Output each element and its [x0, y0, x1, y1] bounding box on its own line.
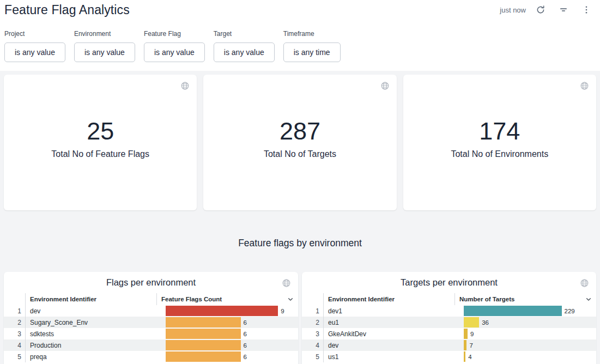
chevron-down-icon[interactable]	[584, 295, 593, 304]
table-header-row: Environment Identifier Number of Targets	[302, 293, 596, 305]
environment-identifier-cell[interactable]: dev	[26, 305, 156, 317]
globe-icon	[380, 81, 390, 90]
card-header: Targets per environment	[302, 272, 596, 293]
feature-flag-filter-button[interactable]: is any value	[144, 43, 205, 62]
row-number: 3	[302, 328, 324, 339]
bar-value-label: 9	[470, 331, 474, 337]
table-row: 5us14	[302, 351, 596, 362]
filter-label: Target	[214, 30, 275, 38]
bar	[166, 306, 278, 316]
refresh-icon[interactable]	[536, 5, 546, 15]
targets-per-environment-card: Targets per environment Environment Iden…	[302, 272, 596, 364]
row-number: 5	[302, 351, 324, 362]
bar-cell[interactable]: 6	[156, 328, 298, 339]
measure-header-label: Number of Targets	[459, 296, 514, 302]
chevron-down-icon[interactable]	[286, 295, 295, 304]
kebab-menu-icon[interactable]	[581, 5, 591, 15]
bar	[464, 317, 479, 327]
stat-value: 174	[479, 117, 520, 145]
bar	[166, 329, 241, 339]
filter-label: Project	[4, 30, 65, 38]
stats-row: 25 Total No of Feature Flags 287 Total N…	[4, 75, 596, 210]
stat-card-targets: 287 Total No of Targets	[203, 75, 396, 210]
bar-cell[interactable]: 7	[454, 339, 596, 351]
bar-value-label: 9	[281, 308, 284, 314]
filter-bar: Project is any value Environment is any …	[4, 30, 591, 62]
row-number: 1	[302, 305, 324, 317]
target-filter-button[interactable]: is any value	[214, 43, 275, 62]
row-number: 4	[4, 339, 26, 351]
last-updated-text: just now	[500, 6, 526, 14]
bar	[464, 340, 466, 350]
globe-icon	[180, 81, 190, 90]
filter-feature-flag: Feature Flag is any value	[144, 30, 205, 62]
bar-cell[interactable]: 229	[454, 305, 596, 317]
environment-identifier-header: Environment Identifier	[324, 293, 454, 305]
filter-timeframe: Timeframe is any time	[283, 30, 341, 62]
environment-identifier-cell[interactable]: dev1	[324, 305, 454, 317]
bar-cell[interactable]: 9	[156, 305, 298, 317]
filter-project: Project is any value	[4, 30, 65, 62]
dashboard-body: 25 Total No of Feature Flags 287 Total N…	[0, 71, 600, 364]
environment-identifier-cell[interactable]: preqa	[26, 351, 156, 362]
row-number: 5	[4, 351, 26, 362]
bar	[166, 317, 241, 327]
flags-per-environment-card: Flags per environment Environment Identi…	[4, 272, 298, 364]
measure-header-label: Feature Flags Count	[161, 296, 222, 302]
table-row: 1dev1229	[302, 305, 596, 317]
globe-icon	[282, 278, 291, 288]
filter-label: Environment	[74, 30, 135, 38]
section-title: Feature flags by environment	[4, 238, 596, 249]
table-row: 4Production6	[4, 339, 298, 351]
table-row: 3GkeAnkitDev9	[302, 328, 596, 339]
stat-value: 287	[280, 117, 320, 145]
stat-card-feature-flags: 25 Total No of Feature Flags	[4, 75, 197, 210]
row-number: 3	[4, 328, 26, 339]
bar-value-label: 6	[244, 354, 247, 360]
filter-target: Target is any value	[214, 30, 275, 62]
environment-identifier-cell[interactable]: us1	[324, 351, 454, 362]
tables-row: Flags per environment Environment Identi…	[4, 272, 596, 364]
stat-label: Total No of Feature Flags	[51, 149, 149, 159]
table-row: 2eu136	[302, 317, 596, 328]
filter-icon[interactable]	[559, 5, 568, 15]
row-number-header	[4, 293, 26, 305]
bar-cell[interactable]: 6	[156, 317, 298, 328]
table-row: 2Sugary_Scone_Env6	[4, 317, 298, 328]
environment-identifier-cell[interactable]: dev	[324, 339, 454, 351]
bar-cell[interactable]: 6	[156, 351, 298, 362]
bar-cell[interactable]: 6	[156, 339, 298, 351]
project-filter-button[interactable]: is any value	[4, 43, 65, 62]
environment-identifier-cell[interactable]: Sugary_Scone_Env	[26, 317, 156, 328]
environment-identifier-cell[interactable]: eu1	[324, 317, 454, 328]
row-number: 1	[4, 305, 26, 317]
bar-value-label: 4	[468, 354, 471, 360]
environment-filter-button[interactable]: is any value	[74, 43, 135, 62]
environment-identifier-cell[interactable]: GkeAnkitDev	[324, 328, 454, 339]
bar-cell[interactable]: 4	[454, 351, 596, 362]
bar-cell[interactable]: 36	[454, 317, 596, 328]
title-row: Feature Flag Analytics just now	[4, 0, 591, 18]
measure-header: Number of Targets	[454, 293, 596, 305]
targets-table: Environment Identifier Number of Targets…	[302, 293, 596, 362]
bar	[464, 351, 465, 362]
stat-value: 25	[87, 117, 114, 145]
environment-identifier-header: Environment Identifier	[26, 293, 156, 305]
card-header: Flags per environment	[4, 272, 298, 293]
timeframe-filter-button[interactable]: is any time	[283, 43, 341, 62]
environment-identifier-cell[interactable]: sdktests	[26, 328, 156, 339]
environment-identifier-cell[interactable]: Production	[26, 339, 156, 351]
bar-value-label: 7	[469, 342, 472, 349]
filter-label: Feature Flag	[144, 30, 205, 38]
table-header-row: Environment Identifier Feature Flags Cou…	[4, 293, 298, 305]
stat-label: Total No of Targets	[264, 149, 336, 159]
bar	[464, 306, 562, 316]
bar-value-label: 36	[482, 319, 489, 326]
stat-label: Total No of Environments	[451, 149, 548, 159]
page-header: Feature Flag Analytics just now	[0, 0, 600, 71]
header-controls: just now	[500, 2, 591, 18]
globe-icon	[580, 278, 589, 288]
row-number-header	[302, 293, 324, 305]
table-body: 1dev92Sugary_Scone_Env63sdktests64Produc…	[4, 305, 298, 362]
bar-cell[interactable]: 9	[454, 328, 596, 339]
